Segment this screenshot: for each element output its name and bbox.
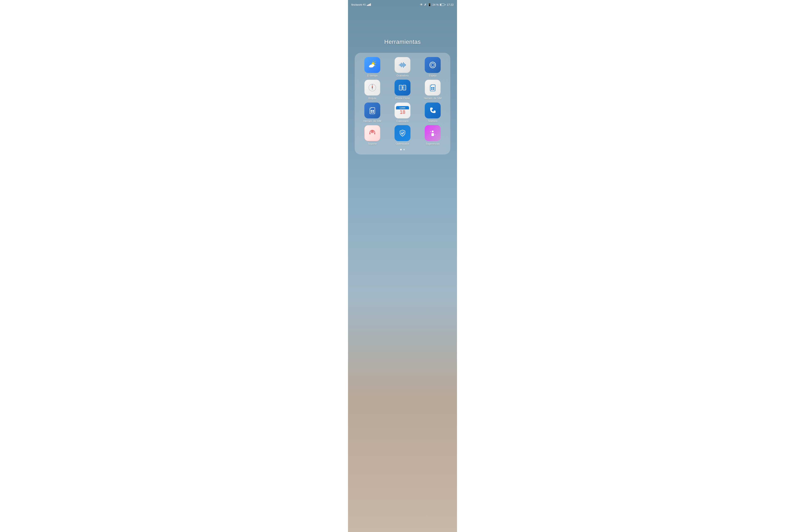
svg-rect-9 (400, 64, 401, 66)
app-grid: El tiempo (358, 57, 447, 146)
app-label-brujula: Brújula (368, 97, 376, 100)
svg-rect-47 (432, 131, 434, 132)
vibrate-icon: 📳 (428, 3, 431, 6)
app-item-brujula[interactable]: N Brújula (358, 80, 387, 100)
app-label-sugerencias: Sugerencias (426, 142, 440, 145)
mirror-app-icon (425, 57, 441, 73)
svg-text:✦: ✦ (434, 134, 436, 136)
svg-point-15 (430, 62, 436, 68)
status-left: finctwork 4G (351, 3, 371, 6)
optimizer-app-icon (395, 125, 410, 141)
svg-rect-12 (403, 62, 404, 68)
svg-point-6 (371, 64, 375, 66)
phoneclone-app-icon (395, 80, 410, 96)
app-label-herram-sim2: Herram. de SIM (364, 120, 381, 122)
page-dot-1[interactable] (400, 149, 402, 150)
phone-app-icon (425, 102, 441, 118)
battery-percent: 24 % (433, 3, 439, 6)
signal-bars-icon (367, 3, 371, 6)
app-item-herram-sim[interactable]: Herram. de SIM (418, 80, 447, 100)
phone-frame: finctwork 4G 👁 ✗ 📳 24 % 17:22 (348, 0, 457, 532)
sim-app-icon (425, 80, 441, 96)
weather-app-icon (364, 57, 380, 73)
svg-rect-34 (433, 89, 434, 90)
app-label-el-tiempo: El tiempo (367, 74, 378, 77)
app-label-phone-clone: Phone Clone (395, 97, 410, 100)
app-label-calendario: Calendario (397, 120, 408, 122)
app-label-herram-sim: Herram. de SIM (424, 97, 442, 100)
bluetooth-icon: ✗ (424, 3, 427, 6)
app-item-telefono[interactable]: Teléfono (418, 102, 447, 122)
compass-app-icon: N (364, 80, 380, 96)
svg-rect-40 (371, 112, 372, 113)
calendar-day-label: Lunes (396, 106, 409, 109)
sim2-app-icon (364, 102, 380, 118)
battery-icon (440, 4, 445, 6)
app-item-optimizador[interactable]: Optimizador (388, 125, 417, 145)
svg-rect-11 (402, 63, 403, 66)
svg-rect-10 (401, 63, 402, 67)
app-item-calendario[interactable]: Lunes 18 Calendario (388, 102, 417, 122)
svg-rect-23 (400, 86, 402, 90)
recorder-app-icon (395, 57, 410, 73)
app-item-el-tiempo[interactable]: El tiempo (358, 57, 387, 77)
page-title: Herramientas (384, 39, 421, 45)
app-item-soporte[interactable]: Soporte (358, 125, 387, 145)
svg-point-21 (372, 87, 373, 88)
status-bar: finctwork 4G 👁 ✗ 📳 24 % 17:22 (348, 0, 457, 9)
status-right: 👁 ✗ 📳 24 % 17:22 (420, 3, 454, 6)
svg-line-4 (375, 65, 376, 66)
svg-rect-39 (372, 110, 374, 111)
carrier-name: finctwork (351, 3, 362, 6)
app-item-espejo[interactable]: Espejo (418, 57, 447, 77)
svg-text:✦: ✦ (430, 130, 432, 133)
svg-point-16 (431, 63, 434, 66)
pagination-dots (358, 149, 447, 151)
suggestions-app-icon: ✦ ✦ (425, 125, 441, 141)
svg-rect-8 (399, 64, 400, 65)
svg-rect-31 (431, 87, 433, 88)
svg-point-7 (369, 65, 371, 68)
app-item-grabadora[interactable]: Grabadora (388, 57, 417, 77)
svg-rect-14 (405, 64, 406, 66)
app-label-grabadora: Grabadora (397, 74, 408, 77)
page-dot-2[interactable] (403, 149, 405, 150)
time-display: 17:22 (447, 3, 454, 6)
svg-rect-41 (372, 112, 374, 113)
svg-rect-13 (404, 63, 405, 66)
svg-point-46 (373, 131, 373, 132)
app-label-espejo: Espejo (429, 74, 437, 77)
svg-point-45 (371, 131, 372, 132)
support-app-icon (364, 125, 380, 141)
app-label-soporte: Soporte (368, 142, 377, 145)
svg-rect-44 (374, 133, 375, 134)
svg-rect-43 (369, 133, 370, 134)
eye-icon: 👁 (420, 3, 423, 6)
calendar-day-number: 18 (400, 109, 405, 115)
svg-rect-32 (433, 87, 434, 88)
network-type: 4G (363, 3, 366, 6)
app-item-phone-clone[interactable]: Phone Clone (388, 80, 417, 100)
svg-rect-38 (371, 110, 372, 111)
app-folder[interactable]: El tiempo (355, 53, 450, 154)
calendar-app-icon: Lunes 18 (395, 102, 410, 118)
svg-rect-33 (431, 89, 433, 90)
app-item-sugerencias[interactable]: ✦ ✦ Sugerencias (418, 125, 447, 145)
app-label-optimizador: Optimizador (396, 142, 409, 145)
svg-line-2 (375, 62, 376, 62)
main-content: Herramientas (348, 9, 457, 532)
app-item-herram-sim2[interactable]: Herram. de SIM (358, 102, 387, 122)
svg-rect-48 (432, 133, 434, 136)
app-label-telefono: Teléfono (428, 120, 437, 122)
svg-rect-25 (403, 86, 406, 90)
